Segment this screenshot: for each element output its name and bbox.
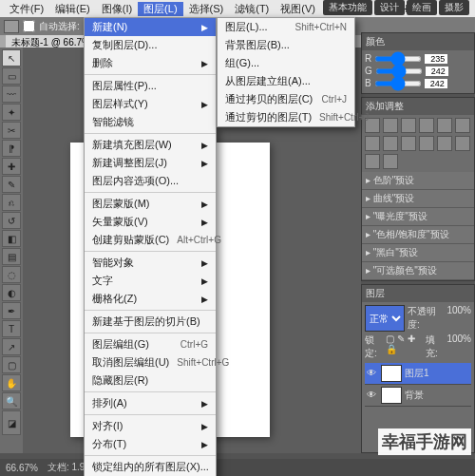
pen-tool[interactable]: ✒ [2,302,21,319]
menu-item[interactable]: 对齐(I)▶ [85,417,216,435]
preset-item[interactable]: ▸ 色阶"预设 [362,172,474,190]
type-tool[interactable]: T [2,320,21,337]
b-slider[interactable] [374,81,422,86]
menu-item[interactable]: 栅格化(Z)▶ [85,290,216,308]
adj-invert-icon[interactable] [419,136,434,151]
menu-edit[interactable]: 编辑(E) [49,2,96,16]
preset-item[interactable]: ▸ "曝光度"预设 [362,208,474,226]
menu-file[interactable]: 文件(F) [4,2,49,16]
menu-view[interactable]: 视图(V) [275,2,321,16]
menu-item[interactable]: 新建基于图层的切片(B) [85,313,216,331]
menu-item[interactable]: 取消图层编组(U)Shift+Ctrl+G [85,353,216,371]
menu-item[interactable]: 组(G)... [218,54,354,72]
lasso-tool[interactable]: 〰 [2,86,21,103]
lock-icons[interactable]: ▢ ✎ ✚ 🔒 [386,333,423,360]
blend-mode[interactable]: 正常 [365,305,405,332]
layer-row[interactable]: 👁图层1 [365,363,471,385]
status-zoom[interactable]: 66.67% [6,463,38,473]
menu-image[interactable]: 图像(I) [96,2,138,16]
menu-item[interactable]: 文字▶ [85,272,216,290]
move-tool[interactable]: ↖ [2,49,21,67]
adj-hue-icon[interactable] [455,118,470,133]
workspace-design[interactable]: 设计 [374,0,405,15]
workspace-photo[interactable]: 摄影 [439,0,469,15]
gradient-tool[interactable]: ▤ [2,248,21,265]
menu-item[interactable]: 新建填充图层(W)▶ [85,136,216,154]
wand-tool[interactable]: ✦ [2,104,21,121]
shape-tool[interactable]: ▢ [2,356,21,373]
workspace-essentials[interactable]: 基本功能 [323,0,372,15]
r-slider[interactable] [374,56,422,62]
auto-select-checkbox[interactable] [23,20,35,32]
layer-row[interactable]: 👁背景 [365,385,471,407]
adj-selcolor-icon[interactable] [383,154,398,169]
menu-item[interactable]: 通过拷贝的图层(C)Ctrl+J [218,90,354,108]
layer-thumb[interactable] [381,365,402,382]
menu-filter[interactable]: 滤镜(T) [229,2,275,16]
menu-select[interactable]: 选择(S) [183,2,230,16]
hand-tool[interactable]: ✋ [2,374,21,391]
adj-photo-icon[interactable] [383,136,398,151]
preset-item[interactable]: ▸ "黑白"预设 [362,244,474,262]
menu-item[interactable]: 隐藏图层(R) [85,371,216,390]
menu-item[interactable]: 锁定组内的所有图层(X)... [85,458,216,476]
menu-item[interactable]: 图层蒙版(M)▶ [85,195,216,213]
fg-bg-color[interactable]: ◪ [2,410,21,435]
adjustments-panel: 添加调整 ▸ 色阶"预设▸ 曲线"预设▸ "曝光度"预设▸ "色相/饱和度"预设… [361,97,475,281]
adj-vibrance-icon[interactable] [437,118,452,133]
preset-item[interactable]: ▸ "可选颜色"预设 [362,262,474,280]
dodge-tool[interactable]: ◐ [2,284,21,301]
stamp-tool[interactable]: ⎌ [2,194,21,211]
preset-item[interactable]: ▸ 曲线"预设 [362,190,474,208]
menu-item[interactable]: 新建调整图层(J)▶ [85,154,216,172]
move-tool-icon[interactable] [4,20,19,33]
tools-panel: ↖ ▭ 〰 ✦ ✂ ⁋ ✚ ✎ ⎌ ↺ ◧ ▤ ◌ ◐ ✒ T ↗ ▢ ✋ 🔍 … [0,48,23,453]
menu-item[interactable]: 删除▶ [85,54,216,72]
adjust-title: 添加调整 [362,98,474,115]
g-label: G [365,66,372,76]
layer-thumb[interactable] [381,387,402,404]
menu-item[interactable]: 图层编组(G)Ctrl+G [85,335,216,353]
menu-item[interactable]: 排列(A)▶ [85,394,216,412]
adj-exposure-icon[interactable] [419,118,434,133]
marquee-tool[interactable]: ▭ [2,67,21,85]
crop-tool[interactable]: ✂ [2,122,21,139]
menu-item[interactable]: 图层样式(Y)▶ [85,95,216,113]
menu-item[interactable]: 分布(T)▶ [85,435,216,453]
opacity-value[interactable]: 100% [446,305,471,332]
menu-item[interactable]: 新建(N)▶ [85,18,216,36]
menu-item[interactable]: 图层属性(P)... [85,77,216,95]
adj-levels-icon[interactable] [383,118,398,133]
menu-item[interactable]: 通过剪切的图层(T)Shift+Ctrl+J [218,108,354,126]
adj-curves-icon[interactable] [401,118,416,133]
menu-item[interactable]: 从图层建立组(A)... [218,72,354,90]
history-brush-tool[interactable]: ↺ [2,212,21,229]
visibility-icon[interactable]: 👁 [367,368,378,379]
adj-gradmap-icon[interactable] [365,154,380,169]
adj-poster-icon[interactable] [437,136,452,151]
menu-item[interactable]: 创建剪贴蒙版(C)Alt+Ctrl+G [85,231,216,249]
visibility-icon[interactable]: 👁 [367,390,378,401]
brush-tool[interactable]: ✎ [2,176,21,193]
menu-item[interactable]: 背景图层(B)... [218,36,354,54]
adj-threshold-icon[interactable] [455,136,470,151]
menu-item[interactable]: 复制图层(D)... [85,36,216,54]
menu-item[interactable]: 智能滤镜 [85,113,216,131]
fill-value[interactable]: 100% [446,333,471,360]
menu-item[interactable]: 图层内容选项(O)... [85,172,216,190]
heal-tool[interactable]: ✚ [2,158,21,175]
menu-layer[interactable]: 图层(L) [138,2,182,16]
workspace-paint[interactable]: 绘画 [407,0,437,15]
menu-item[interactable]: 智能对象▶ [85,254,216,272]
blur-tool[interactable]: ◌ [2,266,21,283]
path-tool[interactable]: ↗ [2,338,21,355]
eraser-tool[interactable]: ◧ [2,230,21,247]
menu-item[interactable]: 图层(L)...Shift+Ctrl+N [218,18,354,36]
eyedropper-tool[interactable]: ⁋ [2,140,21,157]
g-slider[interactable] [375,68,423,74]
adj-mixer-icon[interactable] [401,136,416,151]
adj-bw-icon[interactable] [365,136,380,151]
zoom-tool[interactable]: 🔍 [2,392,21,409]
menu-item[interactable]: 矢量蒙版(V)▶ [85,213,216,231]
preset-item[interactable]: ▸ "色相/饱和度"预设 [362,226,474,244]
